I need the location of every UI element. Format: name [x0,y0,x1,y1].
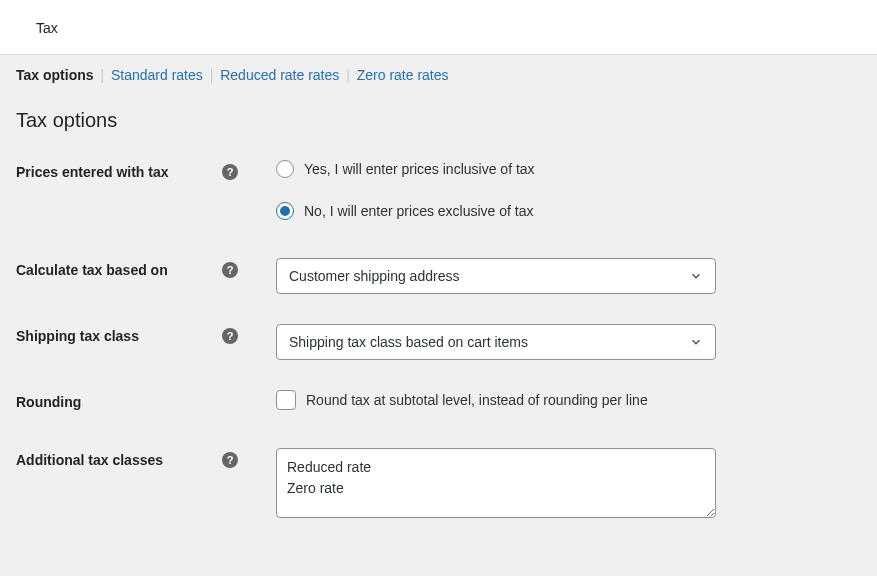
label-col: Prices entered with tax ? [16,160,248,180]
label-shipping-tax-class: Shipping tax class [16,328,139,344]
checkbox-rounding[interactable]: Round tax at subtotal level, instead of … [276,390,861,410]
select-shipping-tax-class[interactable]: Shipping tax class based on cart items [276,324,716,360]
label-calc-based-on: Calculate tax based on [16,262,168,278]
tab-separator: | [346,67,354,83]
field-col: Customer shipping address [248,258,861,294]
label-additional-classes: Additional tax classes [16,452,163,468]
label-col: Shipping tax class ? [16,324,248,344]
tab-zero-rate-rates[interactable]: Zero rate rates [357,67,449,83]
radio-label: Yes, I will enter prices inclusive of ta… [304,161,535,177]
radio-input[interactable] [276,160,294,178]
radio-label: No, I will enter prices exclusive of tax [304,203,534,219]
tab-standard-rates[interactable]: Standard rates [111,67,203,83]
content: Tax options Prices entered with tax ? Ye… [0,109,877,557]
chevron-down-icon [689,269,703,283]
tab-separator: | [210,67,218,83]
radio-prices-inclusive[interactable]: Yes, I will enter prices inclusive of ta… [276,160,861,178]
section-heading: Tax options [16,109,861,132]
row-additional-classes: Additional tax classes ? [16,448,861,521]
field-col: Round tax at subtotal level, instead of … [248,390,861,410]
row-prices-entered: Prices entered with tax ? Yes, I will en… [16,160,861,220]
page-header: Tax [0,0,877,54]
tab-reduced-rate-rates[interactable]: Reduced rate rates [220,67,339,83]
checkbox-input[interactable] [276,390,296,410]
chevron-down-icon [689,335,703,349]
help-icon[interactable]: ? [222,164,238,180]
field-col [248,448,861,521]
checkbox-label: Round tax at subtotal level, instead of … [306,392,648,408]
select-value: Customer shipping address [289,268,459,284]
label-col: Additional tax classes ? [16,448,248,468]
header-title: Tax [36,20,58,36]
textarea-additional-classes[interactable] [276,448,716,518]
label-col: Rounding [16,390,248,410]
tab-tax-options[interactable]: Tax options [16,67,94,83]
radio-prices-exclusive[interactable]: No, I will enter prices exclusive of tax [276,202,861,220]
row-calc-based-on: Calculate tax based on ? Customer shippi… [16,258,861,294]
row-rounding: Rounding Round tax at subtotal level, in… [16,390,861,410]
subtabs: Tax options | Standard rates | Reduced r… [0,54,877,91]
select-value: Shipping tax class based on cart items [289,334,528,350]
help-icon[interactable]: ? [222,452,238,468]
tab-separator: | [100,67,108,83]
label-prices-entered: Prices entered with tax [16,164,169,180]
field-col: Yes, I will enter prices inclusive of ta… [248,160,861,220]
label-rounding: Rounding [16,394,81,410]
row-shipping-tax-class: Shipping tax class ? Shipping tax class … [16,324,861,360]
radio-input[interactable] [276,202,294,220]
help-icon[interactable]: ? [222,328,238,344]
help-icon[interactable]: ? [222,262,238,278]
field-col: Shipping tax class based on cart items [248,324,861,360]
label-col: Calculate tax based on ? [16,258,248,278]
select-calc-based-on[interactable]: Customer shipping address [276,258,716,294]
